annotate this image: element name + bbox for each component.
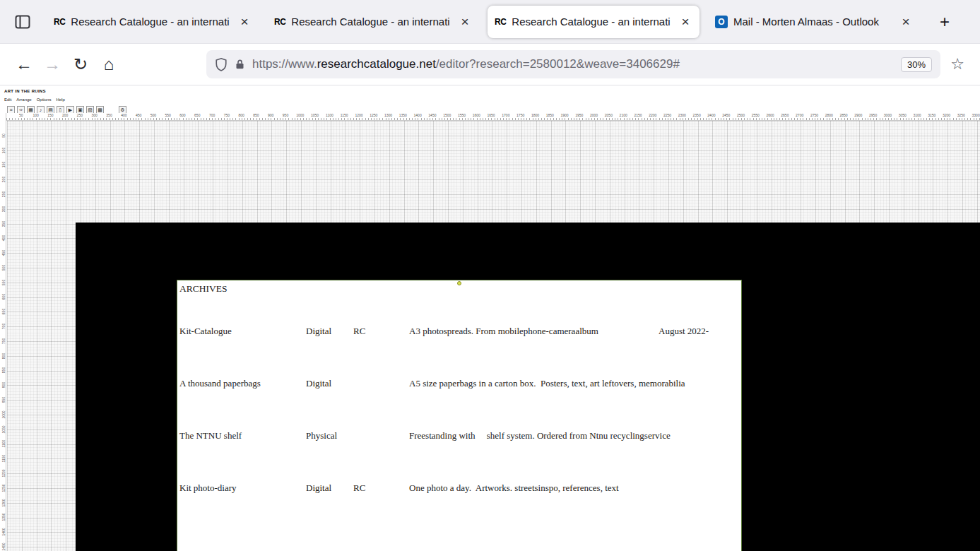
close-tab-icon[interactable]: × — [899, 15, 913, 28]
ruler-mark-v: 1300 — [1, 497, 6, 508]
firefox-view-icon — [15, 15, 30, 29]
ruler-mark-v: 1100 — [1, 439, 6, 449]
ruler-mark-h: 3250 — [957, 113, 965, 117]
reload-button[interactable]: ↻ — [66, 50, 95, 78]
ruler-mark-h: 1550 — [458, 113, 466, 117]
ruler-mark-v: 300 — [1, 203, 6, 214]
archive-item-medium: Physical — [306, 430, 337, 442]
ruler-mark-h: 250 — [77, 113, 83, 117]
ruler-mark-h: 1750 — [516, 113, 524, 117]
outlook-favicon: O — [715, 16, 728, 28]
ruler-mark-h: 850 — [253, 113, 259, 117]
archives-heading: ARCHIVES — [179, 283, 228, 295]
archive-row: Kit photo-diary Digital RC One photo a d… — [177, 482, 741, 494]
ruler-mark-v: 650 — [1, 307, 6, 317]
ruler-mark-h: 1400 — [414, 113, 422, 117]
ruler-mark-v: 850 — [1, 365, 6, 376]
tab-research-catalogue-1[interactable]: RC Research Catalogue - an internati × — [47, 6, 259, 38]
bookmark-star-icon[interactable]: ☆ — [945, 52, 970, 77]
rc-favicon: RC — [54, 17, 65, 27]
ruler-mark-v: 700 — [1, 321, 6, 332]
menu-edit[interactable]: Edit — [4, 97, 11, 102]
archive-item-description: Freestanding with shelf system. Ordered … — [409, 430, 671, 442]
archive-item-tag: RC — [353, 326, 365, 337]
ruler-mark-h: 2100 — [620, 113, 627, 117]
tab-research-catalogue-2[interactable]: RC Research Catalogue - an internati × — [267, 6, 479, 38]
ruler-mark-v: 800 — [1, 350, 6, 361]
ruler-mark-h: 2950 — [869, 113, 877, 117]
tab-title: Mail - Morten Almaas - Outlook — [733, 16, 893, 28]
ruler-mark-h: 2650 — [781, 113, 789, 117]
new-tab-button[interactable]: + — [933, 10, 957, 34]
close-tab-icon[interactable]: × — [237, 15, 252, 28]
archive-item-description: One photo a day. Artworks. streetsinspo,… — [409, 482, 619, 494]
archive-item-date: August 2022- — [659, 326, 709, 337]
ruler-mark-v: 250 — [1, 189, 6, 199]
selection-handle[interactable] — [457, 281, 461, 285]
ruler-mark-h: 2400 — [707, 113, 715, 117]
ruler-mark-h: 2600 — [767, 113, 774, 117]
archive-item-description: A3 photospreads. From mobilephone-camera… — [409, 326, 598, 337]
ruler-mark-v: 350 — [1, 218, 6, 229]
tab-research-catalogue-3-active[interactable]: RC Research Catalogue - an internati × — [488, 6, 699, 38]
ruler-mark-h: 900 — [268, 113, 273, 117]
menu-help[interactable]: Help — [56, 97, 64, 102]
archive-item-description: A5 size paperbags in a carton box. Poste… — [409, 378, 685, 389]
ruler-mark-v: 200 — [1, 174, 6, 185]
menu-arrange[interactable]: Arrange — [16, 97, 31, 102]
ruler-mark-h: 2700 — [796, 113, 803, 117]
home-button[interactable]: ⌂ — [95, 50, 123, 78]
ruler-mark-h: 3100 — [913, 113, 921, 117]
ruler-mark-h: 3300 — [972, 113, 980, 117]
ruler-mark-v: 900 — [1, 380, 6, 391]
ruler-mark-v: 150 — [1, 160, 6, 170]
ruler-mark-h: 1050 — [311, 113, 319, 117]
url-path: /editor?research=2580012&weave=3406629# — [436, 57, 680, 71]
archive-item-name: A thousand paperbags — [179, 378, 261, 389]
zoom-indicator[interactable]: 30% — [901, 57, 932, 72]
forward-button[interactable]: → — [38, 50, 66, 78]
ruler-mark-h: 2900 — [854, 113, 862, 117]
ruler-mark-h: 1100 — [326, 113, 333, 117]
archive-row: The NTNU shelf Physical Freestanding wit… — [177, 430, 741, 442]
url-text[interactable]: https://www.researchcatalogue.net/editor… — [252, 57, 894, 71]
ruler-mark-h: 2550 — [752, 113, 760, 117]
ruler-mark-v: 1400 — [1, 527, 6, 538]
ruler-mark-h: 650 — [194, 113, 200, 117]
archive-row: Kit-Catalogue Digital RC A3 photospreads… — [177, 326, 741, 337]
ruler-mark-h: 1850 — [546, 113, 554, 117]
ruler-mark-h: 1800 — [531, 113, 539, 117]
ruler-mark-h: 450 — [136, 113, 141, 117]
ruler-mark-h: 3150 — [928, 113, 935, 117]
ruler-mark-v: 100 — [1, 145, 6, 155]
ruler-mark-h: 350 — [106, 113, 112, 117]
ruler-mark-v: 50 — [1, 130, 6, 141]
ruler-mark-v: 400 — [1, 233, 6, 244]
close-tab-icon[interactable]: × — [678, 15, 692, 28]
weave-background[interactable]: ARCHIVES Kit-Catalogue Digital RC A3 pho… — [76, 223, 980, 551]
ruler-mark-h: 950 — [283, 113, 288, 117]
ruler-mark-h: 500 — [150, 113, 156, 117]
ruler-mark-h: 50 — [19, 113, 23, 117]
archives-text-block[interactable]: ARCHIVES Kit-Catalogue Digital RC A3 pho… — [177, 280, 742, 551]
tab-outlook-mail[interactable]: O Mail - Morten Almaas - Outlook × — [708, 6, 920, 38]
editor-canvas[interactable]: ARCHIVES Kit-Catalogue Digital RC A3 pho… — [7, 121, 980, 551]
ruler-mark-h: 300 — [92, 113, 98, 117]
ruler-mark-h: 3200 — [943, 113, 950, 117]
firefox-view-button[interactable] — [10, 9, 35, 35]
back-button[interactable]: ← — [10, 50, 38, 78]
lock-icon[interactable] — [235, 58, 245, 71]
vertical-ruler: 5010015020025030035040045050055060065070… — [0, 113, 6, 551]
archive-item-tag: RC — [353, 482, 365, 494]
menu-options[interactable]: Options — [37, 97, 52, 102]
url-bar[interactable]: https://www.researchcatalogue.net/editor… — [206, 50, 940, 78]
ruler-mark-h: 700 — [209, 113, 215, 117]
close-tab-icon[interactable]: × — [458, 15, 472, 28]
ruler-mark-v: 600 — [1, 292, 6, 302]
ruler-mark-h: 2050 — [605, 113, 613, 117]
ruler-mark-h: 100 — [33, 113, 38, 117]
tracking-shield-icon[interactable] — [215, 57, 228, 71]
ruler-mark-v: 1450 — [1, 541, 6, 551]
ruler-mark-v: 450 — [1, 248, 6, 259]
ruler-mark-h: 1350 — [399, 113, 407, 117]
